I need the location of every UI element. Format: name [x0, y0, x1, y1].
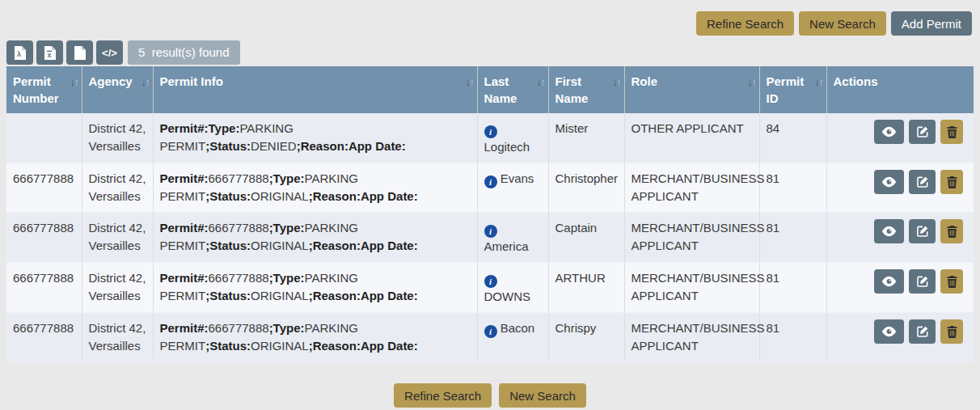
table-row: 666777888District 42, VersaillesPermit#:…	[6, 263, 974, 313]
column-header-permit-info[interactable]: Permit Info↓↑	[153, 66, 477, 113]
eye-icon	[881, 326, 897, 337]
refine-search-button-bottom[interactable]: Refine Search	[394, 383, 492, 408]
sort-icon[interactable]: ↓↑	[815, 74, 823, 91]
footer-action-bar: Refine Search New Search	[0, 383, 980, 408]
permit-info-label: Permit#:	[160, 321, 209, 335]
column-header-last-name[interactable]: Last Name↓↑	[477, 66, 548, 113]
export-excel-button[interactable]: x	[36, 40, 63, 65]
cell-last-name: i DOWNS	[477, 263, 548, 313]
cell-first-name: Chrispy	[548, 313, 624, 362]
column-header-permit-number[interactable]: Permit Number↓↑	[6, 66, 82, 113]
cell-permit-info: Permit#:666777888;Type:PARKING PERMIT;St…	[153, 313, 477, 362]
trash-icon	[947, 276, 957, 288]
column-header-first-name[interactable]: First Name↓↑	[548, 66, 624, 113]
sort-icon[interactable]: ↓↑	[466, 74, 474, 91]
edit-button[interactable]	[909, 120, 936, 144]
column-header-label: Permit Info	[160, 74, 223, 88]
view-button[interactable]	[874, 120, 904, 144]
view-button[interactable]	[874, 219, 904, 243]
sort-icon[interactable]: ↓↑	[70, 74, 78, 91]
cell-permit-number	[6, 113, 82, 163]
info-icon[interactable]: i	[484, 325, 497, 338]
export-xml-button[interactable]: </>	[96, 40, 123, 65]
edit-button[interactable]	[909, 170, 936, 194]
column-header-label: Agency	[89, 74, 133, 88]
column-header-permit-id[interactable]: Permit ID↓↑	[759, 66, 826, 113]
info-icon[interactable]: i	[484, 125, 497, 138]
delete-button[interactable]	[940, 269, 963, 294]
view-button[interactable]	[874, 319, 904, 344]
permit-info-label: ;Status:	[205, 139, 251, 153]
cell-first-name: Captain	[548, 213, 624, 263]
column-header-label: Role	[632, 74, 658, 88]
edit-pencil-icon	[916, 125, 929, 138]
cell-permit-info: Permit#:Type:PARKING PERMIT;Status:DENIE…	[153, 113, 477, 163]
info-icon[interactable]: i	[484, 225, 497, 238]
delete-button[interactable]	[940, 219, 963, 243]
new-search-button[interactable]: New Search	[799, 11, 886, 36]
edit-button[interactable]	[909, 319, 936, 344]
permit-info-label: ;Type:	[269, 271, 305, 285]
cell-last-name: i Evans	[477, 163, 548, 213]
cell-actions	[826, 313, 974, 362]
add-permit-button[interactable]: Add Permit	[891, 11, 972, 36]
column-header-role[interactable]: Role↓↑	[624, 66, 759, 113]
cell-last-name: i Logitech	[477, 113, 548, 163]
permit-info-label: Permit#:	[160, 171, 209, 185]
table-row: District 42, VersaillesPermit#:Type:PARK…	[6, 113, 974, 163]
delete-button[interactable]	[940, 170, 963, 194]
cell-role: MERCHANT/BUSINESS APPLICANT	[624, 163, 759, 213]
cell-permit-number: 666777888	[6, 163, 82, 213]
trash-icon	[947, 126, 957, 138]
permit-info-label: ;Status:	[205, 339, 251, 353]
refine-search-button[interactable]: Refine Search	[696, 11, 794, 36]
sort-icon[interactable]: ↓↑	[537, 74, 545, 91]
sort-icon[interactable]: ↓↑	[748, 74, 756, 91]
trash-icon	[947, 226, 957, 238]
file-pdf-icon: λ	[15, 46, 26, 60]
sort-icon[interactable]: ↓↑	[613, 74, 621, 91]
export-pdf-button[interactable]: λ	[6, 40, 33, 65]
cell-role: MERCHANT/BUSINESS APPLICANT	[624, 313, 759, 362]
cell-actions	[826, 263, 974, 313]
cell-agency: District 42, Versailles	[82, 163, 153, 213]
cell-permit-number: 666777888	[6, 263, 82, 313]
cell-actions	[826, 113, 974, 163]
sort-icon[interactable]: ↓↑	[142, 74, 150, 91]
permit-info-label: ;Type:	[269, 321, 305, 335]
cell-first-name: Christopher	[548, 163, 624, 213]
eye-icon	[881, 176, 897, 188]
table-body: District 42, VersaillesPermit#:Type:PARK…	[6, 113, 974, 362]
cell-permit-id: 81	[759, 313, 826, 362]
view-button[interactable]	[874, 170, 904, 194]
info-icon[interactable]: i	[484, 275, 497, 288]
table-row: 666777888District 42, VersaillesPermit#:…	[6, 213, 974, 263]
permit-info-label: ;Status:	[205, 189, 251, 203]
permit-info-value: ORIGINAL	[251, 189, 309, 203]
cell-permit-id: 84	[759, 113, 826, 163]
new-search-button-bottom[interactable]: New Search	[499, 383, 586, 408]
cell-permit-id: 81	[759, 263, 826, 313]
export-file-button[interactable]	[66, 40, 93, 65]
permit-info-label: ;Reason:App Date:	[309, 289, 418, 302]
cell-agency: District 42, Versailles	[82, 263, 153, 313]
cell-first-name: Mister	[548, 113, 624, 163]
info-icon[interactable]: i	[484, 175, 497, 188]
column-header-label: Permit ID	[767, 74, 805, 105]
permit-info-label: ;Type:	[269, 171, 305, 185]
view-button[interactable]	[874, 269, 904, 294]
edit-pencil-icon	[916, 275, 929, 288]
column-header-label: Actions	[834, 74, 878, 88]
edit-button[interactable]	[909, 269, 936, 294]
permit-info-label: Permit#:	[160, 121, 209, 135]
edit-button[interactable]	[909, 219, 936, 243]
column-header-label: First Name	[555, 74, 589, 105]
svg-text:λ: λ	[17, 50, 21, 58]
permit-info-label: Permit#:	[160, 221, 209, 235]
permit-info-label: ;Reason:App Date:	[309, 189, 418, 203]
delete-button[interactable]	[940, 120, 963, 144]
column-header-agency[interactable]: Agency↓↑	[82, 66, 153, 113]
delete-button[interactable]	[940, 319, 963, 344]
cell-agency: District 42, Versailles	[82, 113, 153, 163]
edit-pencil-icon	[916, 175, 929, 188]
